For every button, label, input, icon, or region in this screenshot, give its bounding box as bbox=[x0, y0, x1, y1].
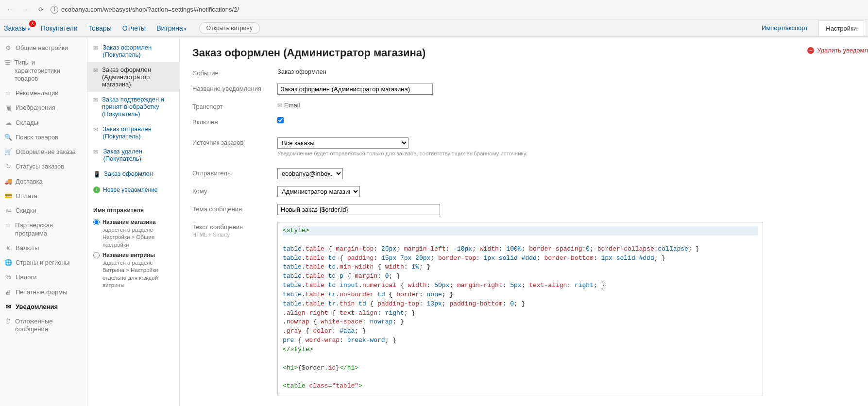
label-to: Кому bbox=[192, 186, 277, 195]
mail-icon: ✉ bbox=[277, 102, 282, 109]
browser-back-button[interactable]: ← bbox=[4, 4, 16, 16]
nav-storefront-label: Витрина bbox=[156, 24, 183, 32]
notification-item-label: Заказ удален (Покупатель) bbox=[103, 148, 173, 162]
browser-reload-button[interactable]: ⟳ bbox=[35, 4, 47, 16]
sender-option-shop-name[interactable]: Название магазина задается в разделе Нас… bbox=[87, 217, 179, 250]
settings-sidebar-item[interactable]: 🏷Скидки bbox=[0, 203, 87, 218]
notification-list-item[interactable]: ✉Заказ оформлен (Администратор магазина) bbox=[87, 62, 179, 92]
sidebar-item-label: Скидки bbox=[16, 207, 36, 215]
settings-sidebar-item[interactable]: ⚙Общие настройки bbox=[0, 41, 87, 55]
label-name: Название уведомления bbox=[192, 84, 277, 92]
notification-list-item[interactable]: 📱Заказ оформлен bbox=[87, 166, 179, 182]
nav-orders[interactable]: Заказы▾ 3 bbox=[4, 24, 30, 32]
mail-icon: ✉ bbox=[93, 45, 99, 51]
sidebar-item-label: Изображения bbox=[16, 104, 55, 112]
phone-icon: 📱 bbox=[93, 171, 100, 178]
minus-icon: – bbox=[807, 47, 814, 54]
notification-list-item[interactable]: ✉Заказ отправлен (Покупатель) bbox=[87, 121, 179, 144]
nav-settings-tab[interactable]: Настройки bbox=[818, 20, 864, 36]
notification-name-input[interactable] bbox=[277, 84, 433, 95]
sidebar-item-icon: ☆ bbox=[5, 89, 12, 97]
nav-customers[interactable]: Покупатели bbox=[41, 24, 78, 32]
sidebar-item-icon: 💳 bbox=[5, 192, 12, 200]
sender-radio-shop[interactable] bbox=[93, 219, 100, 225]
settings-sidebar-item[interactable]: ⏱Отложенные сообщения bbox=[0, 314, 87, 337]
browser-url[interactable]: i ecobanya.com/webasyst/shop/?action=set… bbox=[51, 6, 239, 14]
sidebar-item-icon: ⏱ bbox=[5, 318, 11, 325]
sidebar-item-icon: ▣ bbox=[5, 104, 12, 111]
sidebar-item-icon: € bbox=[5, 244, 12, 252]
settings-sidebar-item[interactable]: 🔍Поиск товаров bbox=[0, 130, 87, 145]
site-info-icon[interactable]: i bbox=[51, 6, 58, 14]
new-notification-label: Новое уведомление bbox=[103, 186, 158, 193]
notification-item-label: Заказ оформлен (Администратор магазина) bbox=[102, 66, 173, 88]
nav-reports[interactable]: Отчеты bbox=[122, 24, 146, 32]
sidebar-item-icon: 🌐 bbox=[5, 259, 12, 266]
notifications-list-sidebar: ✉Заказ оформлен (Покупатель)✉Заказ оформ… bbox=[87, 37, 180, 406]
enabled-checkbox[interactable] bbox=[277, 117, 284, 123]
subject-input[interactable] bbox=[277, 204, 440, 215]
delete-notification-link[interactable]: – Удалить уведомл bbox=[807, 47, 868, 54]
settings-sidebar-item[interactable]: %Налоги bbox=[0, 270, 87, 285]
settings-sidebar-item[interactable]: ↻Статусы заказов bbox=[0, 159, 87, 174]
notification-list-item[interactable]: ✉Заказ оформлен (Покупатель) bbox=[87, 40, 179, 62]
sender-option1-bold: Название магазина bbox=[102, 219, 156, 225]
settings-sidebar-item[interactable]: €Валюты bbox=[0, 241, 87, 255]
sender-option2-bold: Название витрины bbox=[102, 252, 155, 258]
sidebar-item-icon: ⚙ bbox=[5, 44, 12, 51]
chevron-down-icon: ▾ bbox=[184, 27, 187, 32]
browser-url-text: ecobanya.com/webasyst/shop/?action=setti… bbox=[61, 6, 239, 13]
settings-sidebar-item[interactable]: ☆Партнерская программа bbox=[0, 218, 87, 241]
sidebar-item-label: Общие настройки bbox=[16, 44, 68, 52]
sidebar-item-label: Оплата bbox=[16, 192, 37, 200]
settings-sidebar-item[interactable]: ✉Уведомления bbox=[0, 300, 87, 314]
sender-name-heading: Имя отправителя bbox=[87, 198, 179, 217]
plus-icon: + bbox=[93, 186, 100, 193]
notification-item-label: Заказ оформлен bbox=[104, 170, 153, 177]
notification-item-label: Заказ оформлен (Покупатель) bbox=[102, 44, 173, 58]
sender-radio-storefront[interactable] bbox=[93, 252, 100, 258]
settings-sidebar-item[interactable]: 🖨Печатные формы bbox=[0, 285, 87, 300]
sidebar-item-icon: ☁ bbox=[5, 119, 12, 126]
sender-select[interactable]: ecobanya@inbox.ru bbox=[277, 168, 343, 179]
sidebar-item-label: Оформление заказа bbox=[16, 148, 76, 156]
mail-icon: ✉ bbox=[93, 149, 99, 155]
source-select[interactable]: Все заказы bbox=[277, 137, 408, 149]
sidebar-item-label: Налоги bbox=[16, 273, 37, 281]
settings-sidebar-item[interactable]: 🚚Доставка bbox=[0, 174, 87, 189]
sidebar-item-icon: ☆ bbox=[5, 221, 11, 229]
settings-sidebar-item[interactable]: 🛒Оформление заказа bbox=[0, 145, 87, 159]
nav-orders-label: Заказы bbox=[4, 24, 27, 32]
settings-sidebar-item[interactable]: ▣Изображения bbox=[0, 101, 87, 115]
label-body-sub: HTML + Smarty bbox=[192, 232, 230, 237]
settings-sidebar-item[interactable]: 🌐Страны и регионы bbox=[0, 255, 87, 270]
open-store-button[interactable]: Открыть витрину bbox=[199, 22, 260, 34]
nav-products[interactable]: Товары bbox=[88, 24, 112, 32]
browser-chrome: ← → ⟳ i ecobanya.com/webasyst/shop/?acti… bbox=[0, 0, 868, 19]
mail-icon: ✉ bbox=[93, 126, 99, 133]
nav-import-export[interactable]: Импорт/экспорт bbox=[762, 24, 808, 32]
settings-sidebar-item[interactable]: 💳Оплата bbox=[0, 189, 87, 203]
notification-list-item[interactable]: ✉Заказ подтвержден и принят в обработку … bbox=[87, 92, 179, 121]
settings-sidebar-item[interactable]: ☆Рекомендации bbox=[0, 86, 87, 101]
sender-option-storefront-name[interactable]: Название витрины задается в разделе Витр… bbox=[87, 250, 179, 290]
notification-list-item[interactable]: ✉Заказ удален (Покупатель) bbox=[87, 144, 179, 166]
sidebar-item-label: Доставка bbox=[16, 178, 43, 186]
browser-forward-button[interactable]: → bbox=[19, 4, 31, 16]
nav-storefront[interactable]: Витрина▾ bbox=[156, 24, 187, 32]
sidebar-item-icon: 🖨 bbox=[5, 288, 12, 296]
settings-sidebar-item[interactable]: ☁Склады bbox=[0, 116, 87, 130]
sidebar-item-label: Уведомления bbox=[16, 303, 58, 311]
body-code-editor[interactable]: <style> table.table { margin-top: 25px; … bbox=[277, 222, 763, 395]
mail-icon: ✉ bbox=[93, 67, 98, 74]
sidebar-item-icon: ☰ bbox=[5, 59, 11, 66]
sidebar-item-icon: 🚚 bbox=[5, 178, 12, 185]
new-notification-link[interactable]: + Новое уведомление bbox=[87, 182, 179, 198]
settings-sidebar-item[interactable]: ☰Типы и характеристики товаров bbox=[0, 55, 87, 86]
label-source: Источник заказов bbox=[192, 137, 277, 146]
recipient-select[interactable]: Администратор магазина bbox=[277, 186, 360, 197]
label-body: Текст сообщения HTML + Smarty bbox=[192, 222, 277, 238]
sender-option2-text: задается в разделе Витрина > Настройки о… bbox=[102, 260, 158, 288]
source-hint: Уведомление будет отправляться только дл… bbox=[277, 151, 855, 156]
orders-badge: 3 bbox=[29, 20, 36, 27]
